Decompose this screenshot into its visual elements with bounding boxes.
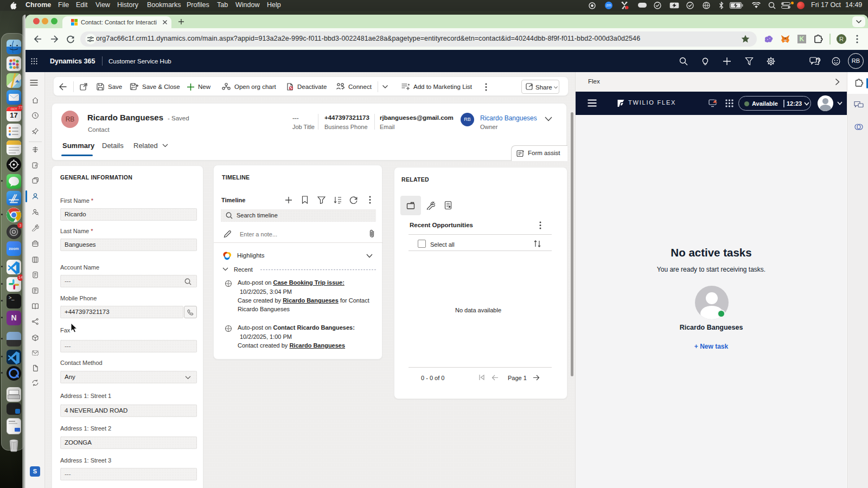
svg-text:!: ! (716, 100, 716, 103)
